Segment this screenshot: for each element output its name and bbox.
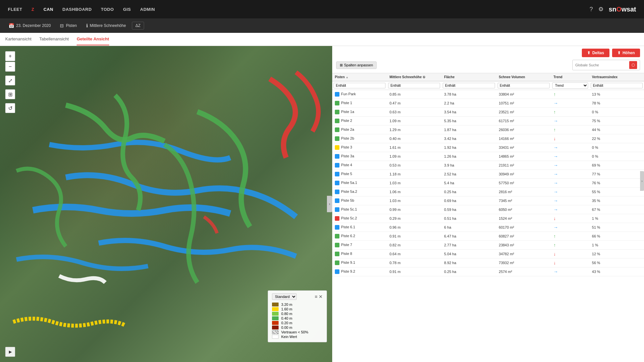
settings-icon[interactable]: ⚙ — [598, 6, 604, 13]
columns-button[interactable]: ⊞ Spalten anpassen — [336, 61, 377, 69]
help-icon[interactable]: ? — [590, 6, 593, 13]
search-submit-button[interactable]: ⬡ — [629, 61, 637, 69]
piste-color-dot — [335, 163, 339, 168]
tab-kartenansicht[interactable]: Kartenansicht — [5, 33, 32, 45]
legend-close-icon[interactable]: ✕ — [319, 294, 323, 299]
fullscreen-button[interactable]: ⤢ — [5, 76, 15, 85]
right-panel: ⬆ Deltas ⬆ Höhen ⊞ Spalten anpassen ⬡ — [332, 46, 644, 362]
höhen-button[interactable]: ⬆ Höhen — [612, 49, 640, 57]
cell-volumen: 6050 m² — [496, 205, 551, 214]
logo-text: snOwsat — [609, 6, 636, 13]
cell-trend: ↑ — [551, 241, 589, 250]
piste-color-dot — [335, 225, 339, 230]
table-row: Piste 2 1.09 m 5.35 ha 61715 m² → 75 % — [332, 117, 644, 125]
table-row: Piste 1a 0.63 m 3.54 ha 23521 m² ↑ 0 % — [332, 108, 644, 117]
th-schnee-volumen[interactable]: Schnee Volumen — [496, 73, 551, 81]
filter-trend[interactable]: Trend Aufwärts Gleichbleibend Abwärts — [552, 82, 588, 89]
info-icon: ℹ — [86, 23, 88, 28]
cell-fläche: 3.78 ha — [441, 90, 496, 99]
cell-trend: ↓ — [551, 250, 589, 259]
piste-name: Piste 5 — [341, 172, 352, 176]
legend-novalue-label: Kein Wert — [281, 335, 297, 339]
top-navigation: FLEET Z CAN DASHBOARD TODO GIS ADMIN ? ⚙… — [0, 0, 644, 18]
cell-volumen: 7345 m² — [496, 196, 551, 205]
th-vertrauensindex[interactable]: Vertrauensindex — [589, 73, 644, 81]
date-picker[interactable]: 📅 23. Dezember 2020 — [5, 22, 54, 30]
zoom-out-button[interactable]: − — [5, 62, 15, 72]
cell-fläche: 5.04 ha — [441, 250, 496, 259]
table-row: Piste 5 1.18 m 2.52 ha 30949 m² → 77 % — [332, 170, 644, 179]
cell-pisten-name: Piste 3 — [332, 143, 387, 152]
th-pisten[interactable]: Pisten ▲ — [332, 73, 387, 81]
refresh-button[interactable]: ↺ — [5, 103, 15, 113]
pisten-selector[interactable]: ⊟ Pisten — [57, 22, 80, 30]
legend-item-160: 1.60 m — [272, 307, 323, 311]
logo-red-letter: O — [616, 6, 622, 13]
global-search-input[interactable] — [575, 63, 628, 67]
th-trend[interactable]: Trend — [551, 73, 589, 81]
tab-tabellenansicht[interactable]: Tabellenansicht — [39, 33, 69, 45]
legend-hatch-label: Vertrauen < 50% — [281, 330, 308, 334]
cell-vertrauen: 43 % — [589, 267, 644, 276]
piste-name: Piste 7 — [341, 243, 352, 247]
legend-item-novalue: Kein Wert — [272, 335, 323, 339]
cell-fläche: 6.47 ha — [441, 232, 496, 241]
piste-color-dot — [335, 101, 339, 105]
filter-schneehöhe[interactable] — [388, 83, 440, 88]
cell-pisten-name: Piste 5a.1 — [332, 179, 387, 188]
nav-gis[interactable]: GIS — [123, 7, 131, 12]
piste-name: Piste 8 — [341, 252, 352, 256]
map-side-collapse[interactable]: › — [327, 196, 332, 212]
zoom-in-button[interactable]: + — [5, 51, 15, 61]
cell-schneehöhe: 1.29 m — [387, 125, 441, 134]
cell-schneehöhe: 0.96 m — [387, 223, 441, 232]
cell-vertrauen: 13 % — [589, 90, 644, 99]
cell-trend: ↑ — [551, 232, 589, 241]
table-row: Piste 3 1.61 m 1.92 ha 33431 m² → 0 % — [332, 143, 644, 152]
cell-volumen: 57750 m² — [496, 179, 551, 188]
trend-flat-icon: → — [554, 207, 558, 212]
nav-todo[interactable]: TODO — [101, 7, 114, 12]
filter-vertrauen[interactable] — [591, 83, 643, 88]
deltas-button[interactable]: ⬆ Deltas — [582, 49, 609, 57]
nav-z[interactable]: Z — [32, 7, 34, 12]
legend-list-icon[interactable]: ≡ — [315, 294, 317, 299]
legend-style-select[interactable]: Standard — [272, 293, 297, 300]
th-schneehöhe[interactable]: Mittlere Schneehöhe ① — [387, 73, 441, 81]
piste-color-dot — [335, 145, 339, 150]
nav-can[interactable]: CAN — [43, 7, 53, 12]
trend-down-icon: ↓ — [554, 216, 556, 221]
piste-color-dot — [335, 216, 339, 221]
trend-flat-icon: → — [554, 163, 558, 168]
cell-volumen: 23843 m² — [496, 241, 551, 250]
delta-button[interactable]: ΔZ — [132, 22, 144, 30]
trend-flat-icon: → — [554, 118, 558, 124]
cell-fläche: 1.92 ha — [441, 143, 496, 152]
cell-fläche: 0.25 ha — [441, 267, 496, 276]
layers-button[interactable]: ⊞ — [5, 89, 15, 99]
piste-color-dot — [335, 269, 339, 274]
filter-pisten[interactable] — [334, 83, 385, 88]
cell-vertrauen: 76 % — [589, 179, 644, 188]
cell-trend: → — [551, 99, 589, 108]
map-expand-button[interactable]: ▶ — [5, 347, 15, 357]
right-panel-collapse[interactable]: › — [640, 171, 644, 191]
nav-admin[interactable]: ADMIN — [140, 7, 155, 12]
filter-volumen[interactable] — [498, 83, 550, 88]
legend-color-160 — [272, 307, 279, 311]
filter-fläche[interactable] — [443, 83, 495, 88]
cell-pisten-name: Piste 6.1 — [332, 223, 387, 232]
map-container[interactable]: + − ⤢ ⊞ ↺ Standard ≡ ✕ 3.20 m — [0, 46, 332, 362]
trend-flat-icon: → — [554, 189, 558, 194]
piste-color-dot — [335, 252, 339, 256]
nav-fleet[interactable]: FLEET — [8, 7, 22, 12]
tab-geteilte-ansicht[interactable]: Geteilte Ansicht — [77, 33, 109, 45]
data-table-wrapper[interactable]: Pisten ▲ Mittlere Schneehöhe ① Fläche Sc… — [332, 73, 644, 362]
th-fläche[interactable]: Fläche — [441, 73, 496, 81]
nav-dashboard[interactable]: DASHBOARD — [62, 7, 92, 12]
legend-white-box — [272, 335, 279, 339]
trend-flat-icon: → — [554, 269, 558, 274]
cell-fläche: 6 ha — [441, 223, 496, 232]
schneehöhe-selector[interactable]: ℹ Mittlere Schneehöhe — [83, 22, 129, 30]
trend-flat-icon: → — [554, 154, 558, 159]
